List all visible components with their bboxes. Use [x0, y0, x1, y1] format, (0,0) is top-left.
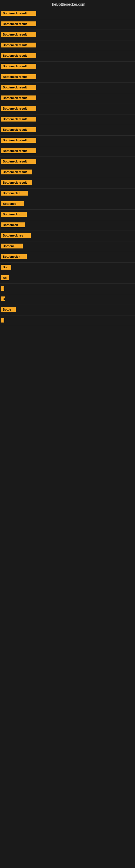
list-item: |: [0, 315, 135, 326]
bottleneck-result-bar[interactable]: Bottleneck result: [1, 127, 36, 132]
list-item: Bottleneck result: [0, 72, 135, 83]
bottleneck-result-bar[interactable]: Bottleneck result: [1, 117, 36, 122]
list-item: Bottlene: [0, 241, 135, 252]
list-item: Bottleneck result: [0, 167, 135, 178]
bottleneck-result-bar[interactable]: Bottlenec: [1, 201, 24, 206]
list-item: Bo: [0, 273, 135, 284]
bottleneck-result-bar[interactable]: Bottleneck result: [1, 138, 36, 143]
bottleneck-result-bar[interactable]: Bottleneck result: [1, 180, 32, 185]
list-item: Bottleneck result: [0, 135, 135, 146]
bottleneck-result-bar[interactable]: Bottleneck r: [1, 191, 28, 195]
list-item: Bottleneck result: [0, 93, 135, 104]
bottleneck-result-bar[interactable]: Bottlene: [1, 244, 23, 248]
bottleneck-result-bar[interactable]: |: [1, 286, 4, 291]
list-item: |: [0, 284, 135, 294]
list-item: Bottleneck result: [0, 51, 135, 62]
bottleneck-result-bar[interactable]: Bottleneck result: [1, 32, 36, 37]
bottleneck-result-bar[interactable]: Bottleneck result: [1, 106, 36, 111]
list-item: Bottleneck result: [0, 83, 135, 93]
list-item: Bottleneck result: [0, 115, 135, 125]
bottleneck-result-bar[interactable]: Bottleneck result: [1, 11, 36, 16]
site-title: TheBottlenecker.com: [0, 0, 135, 9]
bottleneck-result-bar[interactable]: Bottleneck result: [1, 64, 36, 69]
bottleneck-result-bar[interactable]: Bottleneck: [1, 222, 25, 227]
bottleneck-result-bar[interactable]: Bottleneck result: [1, 22, 36, 26]
bottleneck-result-bar[interactable]: Bo: [1, 275, 9, 280]
list-item: Bottleneck res: [0, 231, 135, 241]
list-item: Bottleneck result: [0, 178, 135, 188]
list-item: Bottleneck result: [0, 30, 135, 40]
bottleneck-result-bar[interactable]: Bottleneck result: [1, 169, 32, 175]
list-item: Bottleneck result: [0, 157, 135, 167]
list-item: Bottleneck r: [0, 210, 135, 220]
bottleneck-result-bar[interactable]: Bottleneck r: [1, 212, 27, 217]
rows-container: Bottleneck resultBottleneck resultBottle…: [0, 9, 135, 326]
list-item: Bottle: [0, 305, 135, 315]
list-item: Bottleneck: [0, 220, 135, 231]
list-item: Bottleneck result: [0, 40, 135, 51]
list-item: Bottleneck result: [0, 62, 135, 72]
bottleneck-result-bar[interactable]: Bottleneck result: [1, 53, 36, 58]
bottleneck-result-bar[interactable]: Bottleneck result: [1, 159, 36, 164]
list-item: Bottleneck r: [0, 252, 135, 262]
list-item: Bottlenec: [0, 199, 135, 210]
bottleneck-result-bar[interactable]: Bottleneck result: [1, 74, 36, 79]
list-item: B: [0, 294, 135, 305]
bottleneck-result-bar[interactable]: Bottleneck result: [1, 42, 36, 48]
bottleneck-result-bar[interactable]: Bottleneck result: [1, 85, 36, 90]
list-item: Bot: [0, 262, 135, 273]
bottleneck-result-bar[interactable]: |: [1, 318, 4, 322]
bottleneck-result-bar[interactable]: Bot: [1, 265, 11, 270]
list-item: Bottleneck result: [0, 104, 135, 115]
bottleneck-result-bar[interactable]: Bottle: [1, 307, 16, 312]
bottleneck-result-bar[interactable]: Bottleneck res: [1, 233, 31, 238]
bottleneck-result-bar[interactable]: Bottleneck r: [1, 254, 27, 259]
list-item: Bottleneck result: [0, 125, 135, 135]
list-item: Bottleneck r: [0, 188, 135, 199]
list-item: Bottleneck result: [0, 9, 135, 19]
bottleneck-result-bar[interactable]: B: [1, 297, 5, 301]
list-item: Bottleneck result: [0, 146, 135, 157]
bottleneck-result-bar[interactable]: Bottleneck result: [1, 148, 36, 153]
list-item: Bottleneck result: [0, 19, 135, 30]
bottleneck-result-bar[interactable]: Bottleneck result: [1, 95, 36, 100]
